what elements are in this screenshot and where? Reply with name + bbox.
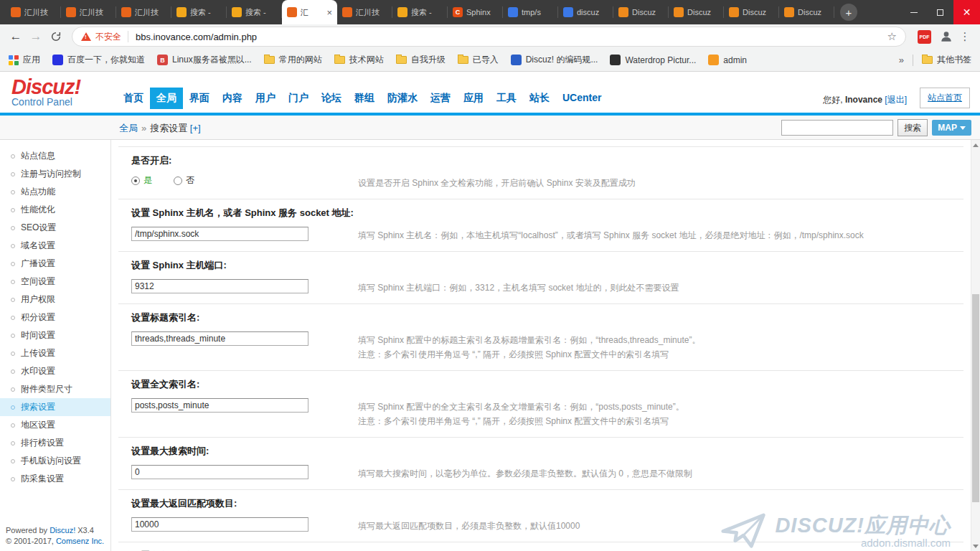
bookmarks-overflow-chevron[interactable]: »: [899, 55, 904, 65]
browser-tab[interactable]: tmp/s: [503, 0, 558, 24]
restore-button[interactable]: [927, 0, 953, 24]
sidebar-item-search-settings[interactable]: 搜索设置: [0, 398, 110, 416]
sidebar-item-credits[interactable]: 积分设置: [0, 309, 110, 326]
browser-tab[interactable]: 汇川技: [337, 0, 392, 24]
admin-search-button[interactable]: 搜索: [897, 119, 928, 136]
nav-item-portal[interactable]: 门户: [282, 88, 315, 109]
bookmark-waterdrop[interactable]: Waterdrop Pictur...: [610, 55, 696, 65]
breadcrumb-add-link[interactable]: [+]: [190, 123, 201, 133]
bookmark-apps[interactable]: 应用: [9, 54, 40, 66]
nav-item-forum[interactable]: 论坛: [315, 88, 348, 109]
close-button[interactable]: ✕: [953, 0, 980, 24]
browser-tab-active[interactable]: 汇×: [282, 0, 337, 24]
tab-close-icon[interactable]: ×: [326, 8, 332, 17]
sidebar-item-region[interactable]: 地区设置: [0, 416, 110, 434]
comsenz-link[interactable]: Comsenz Inc.: [56, 537, 104, 545]
fulltext-index-input[interactable]: [131, 398, 308, 413]
bookmark-folder-common-sites[interactable]: 常用的网站: [264, 54, 322, 66]
sphinx-host-input[interactable]: [131, 227, 308, 241]
max-matches-input[interactable]: [131, 517, 308, 532]
sidebar-item-anti-scraping[interactable]: 防采集设置: [0, 470, 110, 488]
breadcrumb-section[interactable]: 全局: [119, 123, 138, 133]
nav-item-groups[interactable]: 群组: [348, 88, 381, 109]
address-bar[interactable]: 不安全 bbs.inovance.com/admin.php ☆: [72, 27, 906, 47]
scroll-down-button[interactable]: [971, 541, 980, 551]
sidebar-item-register-access[interactable]: 注册与访问控制: [0, 165, 110, 183]
nav-item-home[interactable]: 首页: [117, 88, 150, 109]
form-row-title-index: 设置标题索引名: 填写 Sphinx 配置中的标题主索引名及标题增量索引名：例如…: [118, 304, 963, 371]
nav-item-tools[interactable]: 工具: [490, 88, 523, 109]
title-index-input[interactable]: [131, 331, 308, 346]
logout-link[interactable]: [退出]: [882, 95, 907, 105]
sidebar-item-site-info[interactable]: 站点信息: [0, 147, 110, 165]
max-search-time-input[interactable]: [131, 465, 308, 479]
sidebar-item-mobile-access[interactable]: 手机版访问设置: [0, 452, 110, 470]
bookmark-star-icon[interactable]: ☆: [887, 30, 897, 43]
security-warning-label[interactable]: 不安全: [95, 31, 121, 43]
page-scrollbar[interactable]: [971, 140, 980, 551]
back-button[interactable]: ←: [6, 27, 26, 47]
browser-tab[interactable]: 汇川技: [116, 0, 171, 24]
browser-tab[interactable]: Discuz: [779, 0, 834, 24]
browser-tab[interactable]: 搜索 -: [171, 0, 227, 24]
sphinx-port-input[interactable]: [131, 279, 308, 293]
sidebar-item-ranking[interactable]: 排行榜设置: [0, 434, 110, 452]
security-warning-icon[interactable]: [81, 32, 91, 41]
browser-tab[interactable]: Discuz: [613, 0, 669, 24]
nav-item-apps[interactable]: 应用: [457, 88, 490, 109]
site-home-button[interactable]: 站点首页: [920, 88, 970, 108]
sidebar-item-domain[interactable]: 域名设置: [0, 237, 110, 255]
sidebar-item-site-functions[interactable]: 站点功能: [0, 183, 110, 201]
nav-item-content[interactable]: 内容: [216, 88, 249, 109]
sidebar-item-watermark[interactable]: 水印设置: [0, 362, 110, 380]
discuz-link[interactable]: Discuz!: [50, 526, 75, 534]
sidebar-item-attachment-types[interactable]: 附件类型尺寸: [0, 380, 110, 398]
profile-button[interactable]: [937, 27, 956, 46]
map-button[interactable]: MAP: [932, 120, 971, 136]
bookmark-discuz[interactable]: Discuz! 的编码规...: [511, 54, 598, 66]
radio-yes[interactable]: 是: [131, 174, 152, 187]
folder-icon: [264, 56, 275, 64]
bookmark-baidu[interactable]: 百度一下，你就知道: [52, 54, 145, 66]
sidebar-item-user-permissions[interactable]: 用户权限: [0, 291, 110, 309]
sidebar-item-performance[interactable]: 性能优化: [0, 201, 110, 219]
bookmark-folder-tech-sites[interactable]: 技术网站: [334, 54, 384, 66]
pdf-extension-icon[interactable]: PDF: [918, 30, 931, 44]
admin-search-input[interactable]: [781, 120, 893, 136]
sidebar-item-seo[interactable]: SEO设置: [0, 219, 110, 237]
nav-item-global[interactable]: 全局: [150, 88, 183, 109]
other-bookmarks-button[interactable]: 其他书签: [922, 54, 971, 66]
browser-tab[interactable]: Discuz: [724, 0, 779, 24]
browser-tab[interactable]: 汇川技: [6, 0, 61, 24]
radio-no[interactable]: 否: [174, 174, 194, 187]
browser-tab[interactable]: CSphinx: [448, 0, 503, 24]
bookmark-admin[interactable]: admin: [708, 55, 747, 65]
refresh-button[interactable]: [46, 27, 66, 47]
sidebar-item-time[interactable]: 时间设置: [0, 326, 110, 344]
nav-item-operation[interactable]: 运营: [424, 88, 457, 109]
bookmark-folder-self-upgrade[interactable]: 自我升级: [396, 54, 446, 66]
sidebar-item-broadcast[interactable]: 广播设置: [0, 255, 110, 273]
sidebar-item-space[interactable]: 空间设置: [0, 273, 110, 291]
browser-menu-button[interactable]: ⋮: [956, 27, 974, 46]
breadcrumb: 全局»搜索设置 [+]: [119, 122, 201, 135]
browser-tab[interactable]: 搜索 -: [227, 0, 282, 24]
nav-item-users[interactable]: 用户: [249, 88, 282, 109]
url-text[interactable]: bbs.inovance.com/admin.php: [136, 32, 257, 42]
scroll-up-button[interactable]: [971, 140, 980, 150]
nav-item-interface[interactable]: 界面: [183, 88, 216, 109]
bookmark-folder-imported[interactable]: 已导入: [458, 54, 499, 66]
new-tab-button[interactable]: +: [840, 4, 857, 21]
nav-item-ucenter[interactable]: UCenter: [556, 88, 608, 109]
browser-tab[interactable]: Discuz: [669, 0, 724, 24]
bookmark-linux[interactable]: BLinux服务器被黑以...: [157, 54, 252, 66]
sidebar-item-upload[interactable]: 上传设置: [0, 344, 110, 362]
browser-tab[interactable]: discuz: [558, 0, 613, 24]
minimize-button[interactable]: [900, 0, 927, 24]
nav-item-webmaster[interactable]: 站长: [523, 88, 556, 109]
browser-tab[interactable]: 汇川技: [61, 0, 116, 24]
scrollbar-thumb[interactable]: [972, 294, 979, 502]
forward-button[interactable]: →: [26, 27, 46, 47]
browser-tab[interactable]: 搜索 -: [392, 0, 448, 24]
nav-item-antispam[interactable]: 防灌水: [381, 88, 424, 109]
